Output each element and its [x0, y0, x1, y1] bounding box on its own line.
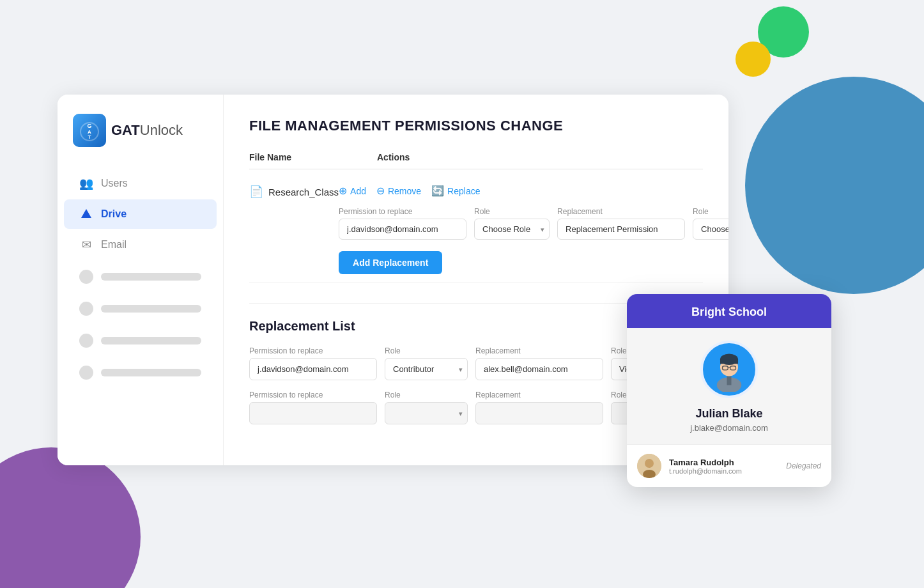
delegated-name: Tamara Rudolph [669, 458, 778, 467]
rl-permission-input-1[interactable] [249, 358, 377, 380]
remove-label: Remove [388, 186, 421, 196]
placeholder-bar [101, 337, 201, 344]
profile-name: Julian Blake [695, 407, 762, 421]
placeholder-bar [101, 305, 201, 313]
delegated-avatar [637, 454, 661, 478]
rl-role-select-wrapper-2 [385, 402, 468, 424]
placeholder-bar [101, 273, 201, 281]
sidebar-item-users[interactable]: 👥 Users [64, 169, 217, 198]
role-label-2: Role [693, 207, 728, 216]
sidebar: G A T GATUnlock 👥 Users Drive [58, 95, 224, 465]
delegated-email: t.rudolph@domain.com [669, 467, 778, 475]
action-buttons: ⊕ Add ⊖ Remove 🔄 Replace [339, 185, 728, 197]
sidebar-nav: 👥 Users Drive ✉ Email [58, 169, 223, 387]
add-button[interactable]: ⊕ Add [339, 185, 366, 197]
file-icon: 📄 [249, 185, 263, 199]
sidebar-item-drive[interactable]: Drive [64, 199, 217, 229]
placeholder-dot [79, 270, 93, 284]
delegated-avatar-svg [637, 454, 661, 478]
placeholder-dot [79, 302, 93, 316]
role-group-1: Role Choose Role Viewer Contributor Edit… [474, 207, 550, 240]
logo-text-bold: GAT [111, 122, 140, 138]
circle-yellow-decoration [735, 42, 771, 77]
page-title: FILE MANAGEMENT PERMISSIONS CHANGE [249, 118, 703, 134]
remove-icon: ⊖ [376, 185, 385, 197]
circle-purple-decoration [0, 447, 141, 588]
logo-svg: G A T [73, 114, 106, 147]
rl-role-select-wrapper-1: Contributor Viewer Editor [385, 358, 468, 380]
sidebar-item-email[interactable]: ✉ Email [64, 230, 217, 259]
actions-cell: ⊕ Add ⊖ Remove 🔄 Replace Permissi [339, 185, 728, 274]
rl-role-label-1: Role [385, 346, 468, 355]
svg-text:T: T [88, 134, 91, 140]
role-group-2: Role Choose Role Viewer Contributor Edit… [693, 207, 728, 240]
user-avatar [700, 341, 758, 398]
drive-icon [79, 207, 93, 221]
add-replacement-button[interactable]: Add Replacement [339, 251, 442, 274]
rl-role-select-1[interactable]: Contributor Viewer Editor [385, 358, 468, 380]
profile-email: j.blake@domain.com [690, 423, 768, 433]
school-name: Bright School [691, 306, 767, 318]
permission-to-replace-input[interactable] [339, 219, 466, 240]
replacement-input[interactable] [557, 219, 685, 240]
placeholder-bar [101, 369, 201, 376]
permission-to-replace-label: Permission to replace [339, 207, 466, 216]
file-name: Research_Class [268, 187, 339, 197]
permission-to-replace-group: Permission to replace [339, 207, 466, 240]
rl-perm-label-2: Permission to replace [249, 391, 377, 399]
email-icon: ✉ [79, 238, 93, 252]
replace-button[interactable]: 🔄 Replace [431, 185, 480, 197]
add-icon: ⊕ [339, 185, 347, 197]
avatar-svg [707, 347, 751, 392]
replacement-label: Replacement [557, 207, 685, 216]
file-name-cell: 📄 Research_Class [249, 185, 339, 199]
col-header-actions: Actions [377, 152, 703, 162]
replace-icon: 🔄 [431, 185, 444, 197]
rl-replacement-input-1[interactable] [475, 358, 603, 380]
sidebar-item-email-label: Email [101, 239, 127, 251]
rl-role-select-2[interactable] [385, 402, 468, 424]
nav-placeholder-2 [64, 294, 217, 323]
rl-permission-input-2[interactable] [249, 402, 377, 424]
logo-text-light: Unlock [140, 122, 183, 138]
users-icon: 👥 [79, 176, 93, 190]
rl-perm-label-1: Permission to replace [249, 346, 377, 355]
svg-point-16 [645, 459, 654, 468]
delegated-label: Delegated [786, 461, 821, 470]
role-select-1[interactable]: Choose Role Viewer Contributor Editor [474, 219, 550, 240]
replacement-group: Replacement [557, 207, 685, 240]
rl-replacement-label-2: Replacement [475, 391, 603, 399]
nav-placeholder-4 [64, 358, 217, 387]
profile-card: Bright School Julian Blake j. [627, 294, 831, 487]
rl-replacement-label-1: Replacement [475, 346, 603, 355]
placeholder-dot [79, 366, 93, 380]
placeholder-dot [79, 334, 93, 348]
remove-button[interactable]: ⊖ Remove [376, 185, 421, 197]
col-header-filename: File Name [249, 152, 377, 162]
sidebar-logo: G A T GATUnlock [58, 114, 223, 167]
role-select-2[interactable]: Choose Role Viewer Contributor Editor [693, 219, 728, 240]
profile-card-avatar-section: Julian Blake j.blake@domain.com [627, 328, 831, 445]
delegated-info: Tamara Rudolph t.rudolph@domain.com [669, 458, 778, 475]
svg-marker-5 [81, 209, 91, 218]
permission-row: Permission to replace Role Choose Role V… [339, 207, 728, 240]
svg-rect-11 [720, 359, 738, 364]
nav-placeholder-1 [64, 262, 217, 291]
rl-role-label-2: Role [385, 391, 468, 399]
logo-icon: G A T [73, 114, 106, 147]
nav-placeholder-3 [64, 326, 217, 355]
profile-card-header: Bright School [627, 294, 831, 328]
profile-card-footer: Tamara Rudolph t.rudolph@domain.com Dele… [627, 445, 831, 487]
rl-replacement-input-2[interactable] [475, 402, 603, 424]
role-select-wrapper-1: Choose Role Viewer Contributor Editor [474, 219, 550, 240]
sidebar-item-drive-label: Drive [101, 208, 127, 220]
table-header: File Name Actions [249, 152, 703, 169]
role-label-1: Role [474, 207, 550, 216]
file-row: 📄 Research_Class ⊕ Add ⊖ Remove 🔄 Replac [249, 177, 703, 282]
svg-rect-8 [727, 376, 732, 385]
sidebar-item-users-label: Users [101, 178, 128, 189]
circle-blue-decoration [745, 77, 924, 294]
logo-text: GATUnlock [111, 122, 183, 139]
svg-text:G: G [87, 123, 91, 129]
add-label: Add [350, 186, 366, 196]
